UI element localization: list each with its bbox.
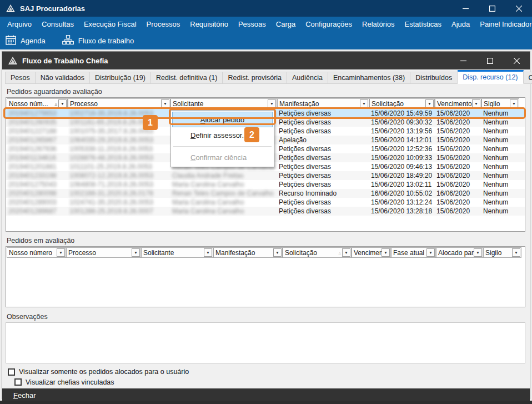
column-filter-dropdown-icon[interactable]: ▼ [58,99,67,108]
table-cell: Petições diversas [277,172,369,179]
column-filter-dropdown-icon[interactable]: ▼ [360,99,368,108]
menubar-item-estatisticas[interactable]: Estatísticas [400,20,446,28]
fechar-button[interactable]: Fechar [13,391,36,400]
tab-pesos[interactable]: Pesos [5,72,36,84]
linked-chiefs-label: Visualizar chefias vinculadas [26,378,114,386]
tab-nao-validados[interactable]: Não validados [36,72,90,84]
menubar-item-pessoas[interactable]: Pessoas [233,20,271,28]
tab-encaminhamentos-38[interactable]: Encaminhamentos (38) [328,72,410,84]
column-header-nosso-numero[interactable]: Nosso número▼ [7,247,66,258]
column-header-solicitacao[interactable]: Solicitação▵▼ [283,247,352,258]
table-cell: 2019401201881 [6,163,67,171]
linked-chiefs-checkbox[interactable] [14,378,22,386]
column-header-alocado-para[interactable]: Alocado para▼ [436,247,483,258]
menu-item-accelerator: A [200,116,205,124]
table-cell: Nenhum [481,207,519,215]
table-cell: 1064035-29.2019.8.26.0053 [67,136,170,144]
child-close-button[interactable] [503,52,530,69]
table-row[interactable]: 20194012750431064808-71.2019.8.26.0053Ma… [6,180,525,189]
table-row[interactable]: 20204012890031024741-35.2020.8.26.0053Ma… [6,198,525,207]
pending-table-header: Nosso núm...▵▼Processo▼Solicitante▼Manif… [6,98,525,109]
tab-distribuidos[interactable]: Distribuídos [410,72,458,84]
column-header-solicitante[interactable]: Solicitante▼ [141,247,213,258]
saj-logo-icon [8,57,17,64]
child-window-controls [450,52,530,69]
sort-ascending-icon: ▵ [338,250,341,256]
minimize-button[interactable] [452,0,479,17]
table-cell: 2019401279653 [6,109,67,117]
column-filter-dropdown-icon[interactable]: ▼ [161,99,169,108]
column-filter-dropdown-icon[interactable]: ▼ [57,248,65,257]
column-filter-dropdown-icon[interactable]: ▼ [510,99,518,108]
toolbar-item-agenda[interactable]: Agenda [6,35,46,47]
menubar-item-configuracoes[interactable]: Configurações [300,20,357,28]
tab-redist-definitiva-1[interactable]: Redist. definitiva (1) [151,72,223,84]
column-header-solicitante[interactable]: Solicitante▼ [170,98,277,109]
table-row[interactable]: 20194012331981008072-12.2019.8.26.0053Cl… [6,171,525,180]
column-header-manifestacao[interactable]: Manifestação▼ [277,98,369,109]
column-filter-dropdown-icon[interactable]: ▼ [204,248,212,257]
toolbar-item-fluxo-de-trabalho[interactable]: Fluxo de trabalho [62,35,134,47]
column-filter-dropdown-icon[interactable]: ▼ [132,248,140,257]
menubar-item-ajuda[interactable]: Ajuda [446,20,475,28]
tab-oficios[interactable]: Ofícios [524,72,532,84]
table-cell: 15/06/2020 13:02:11 [369,181,434,188]
column-header-label: Solicitante [171,100,268,108]
table-row[interactable]: 20204012800981002166-31.2020.8.26.0178Re… [6,189,525,198]
column-header-sigilo[interactable]: Sigilo▼ [481,98,519,109]
menubar-item-consultas[interactable]: Consultas [37,20,79,28]
column-filter-dropdown-icon[interactable]: ▼ [426,248,435,257]
column-filter-dropdown-icon[interactable]: ▼ [268,99,276,108]
menu-item-alocar-pedido[interactable]: Alocar pedido [172,112,273,127]
close-button[interactable] [505,0,532,17]
column-filter-dropdown-icon[interactable]: ▼ [425,99,434,108]
column-header-sigilo[interactable]: Sigilo▼ [483,247,521,258]
table-cell: Petições diversas [277,109,369,117]
table-cell: 15/06/2020 [434,207,481,215]
column-header-processo[interactable]: Processo▼ [68,98,170,109]
window-bottom-edge [0,401,532,404]
tab-audiencia[interactable]: Audiência [287,72,328,84]
tab-disp-recurso-12[interactable]: Disp. recurso (12) [458,70,523,84]
table-cell: 2019401227188 [6,127,67,135]
menubar-item-painel-indicadores[interactable]: Painel Indicadores [475,20,532,28]
table-cell: Nenhum [481,172,519,179]
menubar: ArquivoConsultasExecução FiscalProcessos… [0,17,532,32]
only-allocated-checkbox[interactable] [8,368,15,376]
maximize-button[interactable] [479,0,505,17]
column-filter-dropdown-icon[interactable]: ▼ [512,248,520,257]
menubar-item-requisitorio[interactable]: Requisitório [185,20,233,28]
table-cell: Petições diversas [277,127,369,135]
child-maximize-button[interactable] [476,52,503,69]
column-header-label: Sigilo [484,249,512,257]
tab-redist-provisoria[interactable]: Redist. provisória [223,72,287,84]
menubar-item-arquivo[interactable]: Arquivo [2,20,37,28]
tab-distribuicao-19[interactable]: Distribuição (19) [90,72,151,84]
column-header-solicitacao[interactable]: Solicitação▼ [369,98,435,109]
column-filter-dropdown-icon[interactable]: ▼ [342,248,350,257]
table-row[interactable]: 20204012896871001286-25.2019.8.26.0007Ma… [6,207,525,216]
observations-textarea[interactable] [6,322,525,363]
table-cell: 15/06/2020 [434,136,481,144]
menubar-item-execucao-fiscal[interactable]: Execução Fiscal [79,20,142,28]
column-header-fase-atual[interactable]: Fase atual▼ [391,247,436,258]
main-titlebar: SAJ Procuradorias [0,0,532,17]
column-filter-dropdown-icon[interactable]: ▼ [273,248,282,257]
menu-item-confirmar-ciencia: Confirmar ciência [172,149,273,166]
menubar-item-relatorios[interactable]: Relatórios [357,20,400,28]
column-header-nosso-num[interactable]: Nosso núm...▵▼ [7,98,68,109]
table-cell: 1011101-25.2019.8.26.0053 [67,163,170,171]
table-cell: 1028876-48.2019.8.26.0053 [67,154,170,162]
column-header-processo[interactable]: Processo▼ [66,247,141,258]
column-header-vencimento[interactable]: Vencimento▼ [435,98,481,109]
menubar-item-processos[interactable]: Processos [142,20,185,28]
column-header-vencimen[interactable]: Vencimen...▼ [352,247,391,258]
column-filter-dropdown-icon[interactable]: ▼ [382,248,390,257]
column-filter-dropdown-icon[interactable]: ▼ [474,248,482,257]
column-header-label: Vencimen... [352,249,382,257]
column-header-manifestacao[interactable]: Manifestação▼ [213,247,283,258]
column-filter-dropdown-icon[interactable]: ▼ [472,99,480,108]
child-minimize-button[interactable] [450,52,476,69]
checkbox-row-only-allocated: Visualizar somente os pedidos alocados p… [8,368,525,376]
menubar-item-carga[interactable]: Carga [271,20,300,28]
